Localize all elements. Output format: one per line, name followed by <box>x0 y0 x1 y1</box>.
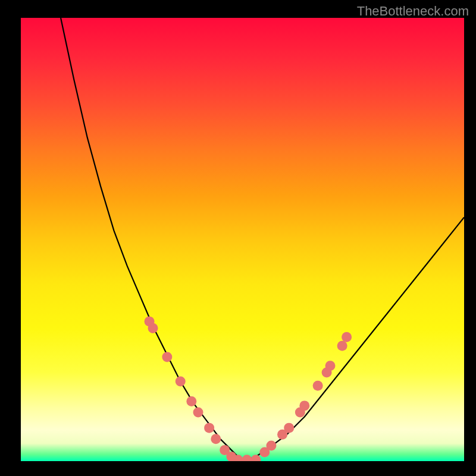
dot-right-8 <box>325 361 336 371</box>
dot-left-12 <box>250 455 261 461</box>
dot-left-7 <box>211 434 221 444</box>
curve-lines <box>61 18 464 461</box>
dot-right-10 <box>342 332 352 342</box>
chart-svg <box>21 18 464 461</box>
dot-right-1 <box>266 440 276 450</box>
dot-left-11 <box>242 455 252 461</box>
dot-left-5 <box>193 408 203 418</box>
dot-left-4 <box>186 396 196 406</box>
dot-left-6 <box>204 423 214 433</box>
dot-right-9 <box>337 341 347 351</box>
chart-plot-area <box>21 18 464 461</box>
dot-left-2 <box>162 352 172 362</box>
watermark-text: TheBottleneck.com <box>357 4 469 19</box>
dot-right-3 <box>284 423 294 433</box>
data-dots <box>145 317 352 461</box>
dot-right-6 <box>313 381 323 391</box>
dot-left-3 <box>176 376 186 386</box>
curve-left-curve <box>61 18 242 461</box>
dot-right-5 <box>299 400 309 411</box>
dot-left-1 <box>148 323 158 333</box>
curve-right-curve <box>243 217 465 461</box>
